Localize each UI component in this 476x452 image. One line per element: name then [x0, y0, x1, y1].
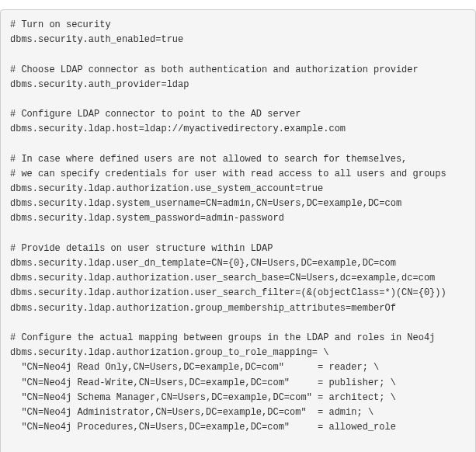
config-code-block: # Turn on security dbms.security.auth_en… — [0, 9, 476, 452]
